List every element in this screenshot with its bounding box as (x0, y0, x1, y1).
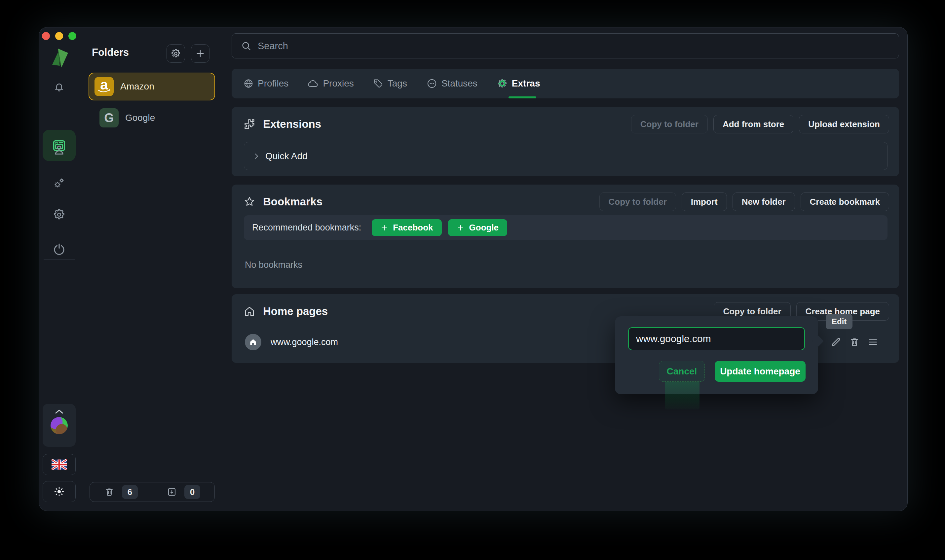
plus-icon (456, 224, 464, 232)
language-button[interactable] (43, 454, 76, 475)
folders-settings-button[interactable] (166, 44, 185, 63)
copy-to-folder-button[interactable]: Copy to folder (631, 115, 708, 134)
home-page-menu-button[interactable] (867, 337, 879, 348)
account-button[interactable] (50, 141, 68, 160)
tab-extras[interactable]: Extras (496, 69, 540, 98)
main-content: Profiles Proxies (231, 28, 899, 511)
tab-proxies[interactable]: Proxies (308, 69, 353, 98)
tab-tags[interactable]: Tags (373, 69, 407, 98)
app-window: Folders a (39, 27, 908, 511)
create-bookmark-button[interactable]: Create bookmark (801, 192, 889, 211)
house-icon (243, 305, 256, 318)
add-folder-button[interactable] (191, 44, 210, 63)
add-google-bookmark-button[interactable]: Google (448, 219, 507, 236)
dots-circle-icon (426, 78, 438, 89)
menu-lines-icon (867, 337, 879, 348)
gear-icon (52, 208, 66, 222)
new-folder-button[interactable]: New folder (732, 192, 795, 211)
add-facebook-bookmark-button[interactable]: Facebook (372, 219, 441, 236)
google-folder-icon: G (99, 108, 119, 128)
home-page-actions (830, 337, 879, 348)
chevron-right-icon (253, 152, 260, 160)
recommended-label: Recommended bookmarks: (252, 223, 361, 233)
desktop: Folders a (0, 0, 945, 560)
extensions-section: Extensions Copy to folder Add from store… (231, 107, 899, 176)
section-title: Extensions (263, 118, 321, 131)
edit-tooltip: Edit (826, 314, 853, 329)
trash-icon (849, 337, 860, 348)
pencil-icon (830, 337, 842, 348)
plus-icon (380, 224, 388, 232)
amazon-folder-icon: a (94, 77, 114, 96)
trash-folders-button[interactable]: 6 (90, 482, 152, 502)
bookmarks-section: Bookmarks Copy to folder Import New fold… (231, 185, 899, 288)
gear-icon (170, 48, 181, 59)
rail-divider (44, 259, 76, 260)
folders-panel-title: Folders (92, 46, 129, 58)
folder-item-amazon[interactable]: a Amazon (89, 72, 215, 100)
user-menu[interactable] (43, 404, 76, 447)
folders-panel: Folders a (81, 28, 215, 511)
archive-import-icon (166, 487, 177, 497)
copy-to-folder-button[interactable]: Copy to folder (600, 192, 676, 211)
add-from-store-button[interactable]: Add from store (714, 115, 793, 134)
tab-profiles[interactable]: Profiles (243, 69, 288, 98)
import-button[interactable]: Import (681, 192, 727, 211)
quick-add-expander[interactable]: Quick Add (244, 142, 888, 170)
tab-statuses[interactable]: Statuses (426, 69, 478, 98)
power-button[interactable] (50, 240, 68, 258)
settings-button[interactable] (50, 205, 68, 224)
gear-icon (496, 78, 508, 89)
homepage-url-input[interactable] (628, 327, 805, 350)
gears-icon (52, 176, 66, 189)
folder-item-google[interactable]: G Google (89, 103, 215, 132)
window-minimize-button[interactable] (55, 32, 63, 40)
delete-home-page-button[interactable] (849, 337, 860, 348)
folder-label: Amazon (120, 81, 154, 92)
import-count-badge: 0 (184, 485, 200, 499)
search-bar (231, 33, 899, 58)
bell-icon (52, 80, 66, 93)
home-page-url: www.google.com (271, 337, 338, 347)
update-homepage-button[interactable]: Update homepage (715, 361, 806, 382)
upload-extension-button[interactable]: Upload extension (799, 115, 889, 134)
power-icon (52, 242, 66, 256)
edit-home-page-button[interactable] (830, 337, 842, 348)
window-close-button[interactable] (42, 32, 50, 40)
quick-add-label: Quick Add (265, 151, 308, 162)
cancel-button[interactable]: Cancel (659, 361, 705, 382)
folder-counters: 6 0 (89, 482, 215, 502)
notifications-button[interactable] (50, 77, 68, 96)
sidebar-rail (39, 28, 81, 511)
search-icon (232, 40, 252, 51)
plus-icon (195, 48, 205, 59)
trash-count-badge: 6 (122, 485, 138, 499)
window-zoom-button[interactable] (68, 32, 76, 40)
recommended-bookmarks-row: Recommended bookmarks: Facebook Google (244, 215, 888, 240)
tag-icon (373, 78, 384, 89)
import-folders-button[interactable]: 0 (152, 482, 214, 502)
search-input[interactable] (258, 41, 899, 51)
edit-homepage-popup: Cancel Update homepage (615, 316, 818, 394)
app-logo-icon (47, 45, 73, 71)
star-icon (243, 195, 256, 208)
tab-bar: Profiles Proxies (231, 69, 899, 98)
sun-icon (53, 486, 65, 498)
cloud-icon (308, 78, 319, 89)
section-title: Home pages (263, 305, 328, 318)
uk-flag-icon (52, 459, 67, 470)
active-tab-underline (509, 97, 536, 98)
theme-toggle-button[interactable] (43, 481, 76, 502)
home-page-row: www.google.com (245, 334, 338, 350)
chevron-up-icon (54, 408, 64, 414)
home-icon (249, 338, 257, 346)
user-avatar (51, 417, 68, 434)
person-icon (52, 143, 66, 157)
puzzle-icon (243, 118, 256, 131)
no-bookmarks-text: No bookmarks (245, 260, 302, 270)
folder-label: Google (125, 112, 155, 123)
home-page-avatar (245, 334, 261, 350)
automation-button[interactable] (50, 174, 68, 192)
globe-icon (243, 78, 254, 89)
trash-icon (104, 487, 115, 497)
